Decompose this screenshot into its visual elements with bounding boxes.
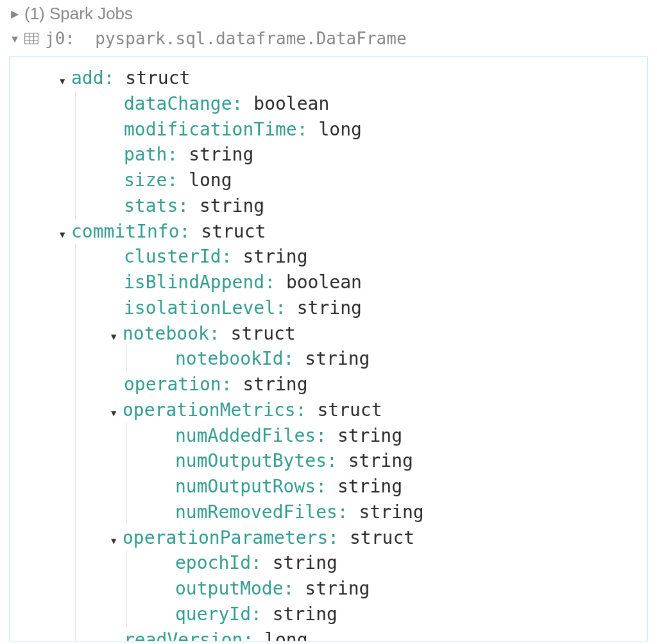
field-name: operationParameters: (123, 525, 339, 551)
spacer (339, 525, 350, 551)
tree-guide (61, 550, 112, 576)
spacer (178, 142, 189, 168)
var-name-space (75, 29, 95, 48)
tree-guide (112, 550, 164, 576)
chevron-down-icon[interactable]: ▼ (111, 535, 123, 548)
schema-row: numOutputRows: string (10, 474, 647, 500)
spark-jobs-row[interactable]: ▶ (1) Spark Jobs (0, 0, 657, 28)
chevron-down-icon[interactable]: ▼ (60, 75, 71, 88)
spacer (327, 423, 337, 449)
spacer (286, 295, 297, 321)
spacer (327, 474, 337, 500)
tree-guide (61, 321, 112, 347)
field-name: stats: (124, 193, 189, 219)
table-icon (24, 33, 38, 44)
field-type: string (359, 500, 424, 525)
field-type: string (243, 372, 307, 397)
spacer (275, 270, 286, 295)
field-type: string (273, 550, 337, 576)
spacer (190, 219, 201, 245)
field-type: string (243, 244, 307, 270)
field-type: string (200, 193, 264, 219)
schema-row[interactable]: ▼operationParameters: struct (10, 525, 647, 551)
spacer (189, 193, 200, 219)
field-name: operation: (124, 372, 232, 397)
tree-guide (61, 525, 112, 551)
schema-row: outputMode: string (10, 576, 647, 602)
dataframe-row[interactable]: ▼ j0: pyspark.sql.dataframe.DataFrame (0, 28, 657, 52)
field-type: string (337, 474, 402, 500)
tree-guide (61, 602, 112, 627)
spacer (348, 500, 359, 525)
field-name: outputMode: (175, 576, 294, 602)
field-type: string (305, 346, 370, 372)
field-type: string (337, 423, 402, 449)
schema-row: numRemovedFiles: string (10, 500, 647, 525)
field-type: boolean (253, 91, 329, 117)
spacer (262, 550, 273, 576)
spacer (294, 576, 305, 602)
field-type: struct (231, 321, 296, 347)
tree-guide (61, 448, 112, 474)
field-name: numOutputRows: (175, 474, 327, 500)
tree-guide (112, 500, 164, 525)
field-type: long (318, 117, 361, 143)
field-type: long (264, 627, 307, 642)
schema-row: dataChange: boolean (10, 91, 647, 117)
field-name: path: (124, 142, 178, 168)
tree-guide (112, 576, 164, 602)
chevron-right-icon: ▶ (9, 8, 21, 20)
schema-row: queryId: string (10, 602, 647, 627)
field-type: string (273, 602, 337, 627)
tree-guide (61, 168, 112, 193)
field-name: numRemovedFiles: (175, 500, 348, 525)
chevron-down-icon[interactable]: ▼ (60, 229, 71, 241)
schema-row: size: long (10, 168, 647, 193)
tree-guide (112, 448, 164, 474)
schema-row: isBlindAppend: boolean (10, 270, 647, 295)
svg-rect-0 (25, 33, 38, 44)
tree-guide (61, 244, 112, 270)
spacer (262, 602, 273, 627)
field-name: epochId: (175, 550, 262, 576)
field-type: boolean (286, 270, 362, 295)
field-type: string (305, 576, 370, 602)
tree-guide (61, 295, 112, 321)
field-type: string (189, 142, 253, 168)
spark-jobs-label: (1) Spark Jobs (24, 4, 133, 24)
schema-row: operation: string (10, 372, 647, 397)
field-name: isBlindAppend: (124, 270, 275, 295)
schema-row: readVersion: long (10, 627, 647, 642)
schema-row[interactable]: ▼commitInfo: struct (10, 219, 647, 245)
field-type: string (297, 295, 362, 321)
field-type: string (348, 448, 413, 474)
field-name: add: (71, 65, 114, 91)
tree-guide (61, 627, 112, 642)
spacer (232, 244, 243, 270)
chevron-down-icon[interactable]: ▼ (111, 331, 123, 344)
field-type: long (189, 168, 232, 193)
chevron-down-icon: ▼ (9, 33, 21, 45)
field-name: queryId: (175, 602, 262, 627)
tree-guide (112, 346, 164, 372)
var-name: j0: (45, 29, 75, 48)
field-name: operationMetrics: (123, 397, 307, 423)
chevron-down-icon[interactable]: ▼ (111, 407, 123, 420)
schema-row: notebookId: string (10, 346, 647, 372)
spacer (220, 321, 231, 347)
schema-row[interactable]: ▼notebook: struct (10, 321, 647, 347)
field-name: commitInfo: (71, 219, 190, 245)
schema-row[interactable]: ▼operationMetrics: struct (10, 397, 647, 423)
schema-row: isolationLevel: string (10, 295, 647, 321)
schema-row[interactable]: ▼add: struct (10, 65, 647, 91)
field-name: notebook: (123, 321, 220, 347)
tree-guide (61, 423, 112, 449)
schema-row: clusterId: string (10, 244, 647, 270)
tree-guide (61, 142, 112, 168)
tree-guide (112, 474, 164, 500)
field-name: numOutputBytes: (175, 448, 337, 474)
field-name: modificationTime: (124, 117, 308, 143)
spacer (178, 168, 189, 193)
schema-row: path: string (10, 142, 647, 168)
tree-guide (61, 474, 112, 500)
